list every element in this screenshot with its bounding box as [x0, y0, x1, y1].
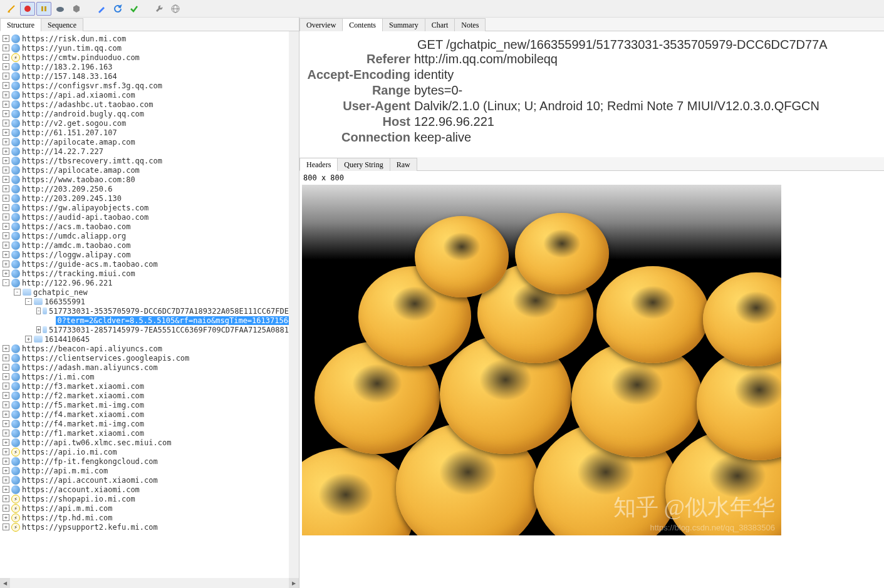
tree-toggle[interactable]: +: [3, 364, 9, 371]
tab-summary[interactable]: Summary: [382, 18, 425, 31]
tree-toggle[interactable]: -: [3, 279, 9, 286]
tree-toggle[interactable]: +: [3, 73, 9, 80]
tree-toggle[interactable]: +: [3, 120, 9, 126]
tree-item[interactable]: +https://gw.alipayobjects.com: [0, 203, 289, 212]
tree-item[interactable]: +⚡https://tp.hd.mi.com: [0, 513, 289, 522]
tree-toggle[interactable]: -: [14, 289, 21, 296]
tree-item[interactable]: +https://adash.man.aliyuncs.com: [0, 363, 289, 372]
tree-toggle[interactable]: +: [3, 514, 9, 521]
tree-toggle[interactable]: +: [3, 204, 9, 211]
tab-query-string[interactable]: Query String: [337, 158, 390, 171]
tree-item[interactable]: +⚡https://api.io.mi.com: [0, 447, 289, 456]
tree-item[interactable]: +https://tbsrecovery.imtt.qq.com: [0, 156, 289, 165]
tree-toggle[interactable]: +: [3, 430, 9, 436]
tree-item[interactable]: +http://api.tw06.xlmc.sec.miui.com: [0, 438, 289, 447]
tree-toggle[interactable]: +: [3, 270, 9, 277]
tab-raw[interactable]: Raw: [390, 158, 417, 171]
tab-overview[interactable]: Overview: [299, 18, 343, 31]
tree-item[interactable]: +https://www.taobao.com:80: [0, 175, 289, 184]
tree-toggle[interactable]: +: [3, 505, 9, 512]
tree-item[interactable]: +https://configsvr.msf.3g.qq.com: [0, 81, 289, 90]
tree-item[interactable]: +⚡https://api.m.mi.com: [0, 503, 289, 513]
tree-toggle[interactable]: -: [36, 307, 41, 314]
tree-item[interactable]: +https://yun.tim.qq.com: [0, 43, 289, 53]
tree-toggle[interactable]: +: [3, 195, 9, 202]
tree-item[interactable]: +1614410645: [0, 334, 289, 344]
structure-tree[interactable]: +https://risk.dun.mi.com+https://yun.tim…: [0, 31, 289, 578]
tree-item[interactable]: +https://audid-api.taobao.com: [0, 212, 289, 222]
tree-toggle[interactable]: +: [3, 138, 9, 145]
tree-item[interactable]: +http://apilocate.amap.com: [0, 137, 289, 147]
tree-item[interactable]: +https://guide-acs.m.taobao.com: [0, 259, 289, 269]
pause-icon[interactable]: [36, 2, 51, 16]
vertical-scrollbar[interactable]: [289, 31, 299, 578]
tree-item[interactable]: +http://203.209.250.6: [0, 184, 289, 193]
tree-item[interactable]: -517733031-3535705979-DCC6DC7D77A189322A…: [0, 306, 289, 316]
refresh-icon[interactable]: [110, 2, 125, 16]
tree-item[interactable]: +http://v2.get.sogou.com: [0, 118, 289, 128]
tree-item[interactable]: +https://beacon-api.aliyuncs.com: [0, 344, 289, 353]
tree-toggle[interactable]: +: [3, 458, 9, 465]
tree-toggle[interactable]: +: [3, 495, 9, 502]
tree-item[interactable]: +https://risk.dun.mi.com: [0, 34, 289, 43]
tree-toggle[interactable]: +: [3, 448, 9, 455]
tree-item[interactable]: +http://183.2.196.163: [0, 62, 289, 71]
tree-toggle[interactable]: +: [3, 167, 9, 173]
tree-toggle[interactable]: +: [3, 251, 9, 258]
tree-toggle[interactable]: +: [3, 439, 9, 446]
tree-toggle[interactable]: +: [3, 411, 9, 418]
tree-item[interactable]: +https://i.mi.com: [0, 372, 289, 381]
tree-toggle[interactable]: +: [3, 223, 9, 230]
tab-headers[interactable]: Headers: [299, 158, 338, 171]
globe-icon[interactable]: [168, 2, 183, 16]
tree-toggle[interactable]: +: [3, 420, 9, 427]
tree-toggle[interactable]: +: [25, 336, 32, 343]
tree-toggle[interactable]: -: [25, 298, 32, 305]
tree-toggle[interactable]: +: [3, 44, 9, 51]
check-icon[interactable]: [127, 2, 142, 16]
tree-toggle[interactable]: +: [3, 214, 9, 220]
tree-item[interactable]: +http://f1.market.xiaomi.com: [0, 428, 289, 438]
tree-item[interactable]: -166355991: [0, 297, 289, 306]
tree-toggle[interactable]: +: [3, 486, 9, 493]
tree-item[interactable]: +https://api.account.xiaomi.com: [0, 475, 289, 485]
tree-toggle[interactable]: +: [3, 467, 9, 474]
tree-item[interactable]: +http://f2.market.xiaomi.com: [0, 391, 289, 400]
tree-item[interactable]: +⚡https://cmtw.pinduoduo.com: [0, 53, 289, 62]
pen-icon[interactable]: [94, 2, 109, 16]
tree-toggle[interactable]: +: [3, 383, 9, 389]
scroll-left-icon[interactable]: ◀: [0, 578, 10, 588]
tree-item[interactable]: +517733031-2857145979-7EA5551CC6369F709C…: [0, 325, 289, 334]
tree-item[interactable]: +https://account.xiaomi.com: [0, 485, 289, 494]
tree-item[interactable]: +http://f5.market.mi-img.com: [0, 400, 289, 410]
tree-item[interactable]: +https://umdc.aliapp.org: [0, 231, 289, 240]
tree-item[interactable]: +0?term=2&cldver=8.5.5.5105&rf=naio&msgT…: [0, 316, 289, 325]
tab-sequence[interactable]: Sequence: [41, 18, 83, 31]
wrench-icon[interactable]: [152, 2, 167, 16]
hexagon-icon[interactable]: [69, 2, 84, 16]
tree-toggle[interactable]: +: [36, 326, 41, 333]
tree-item[interactable]: -gchatpic_new: [0, 287, 289, 297]
tree-toggle[interactable]: +: [3, 185, 9, 192]
tree-item[interactable]: +http://203.209.245.130: [0, 193, 289, 203]
tree-toggle[interactable]: +: [3, 176, 9, 183]
tree-item[interactable]: +https://loggw.alipay.com: [0, 250, 289, 259]
tree-toggle[interactable]: +: [3, 148, 9, 155]
tree-item[interactable]: +http://f3.market.xiaomi.com: [0, 381, 289, 391]
scroll-right-icon[interactable]: ▶: [289, 578, 299, 588]
tree-toggle[interactable]: +: [3, 157, 9, 164]
tree-toggle[interactable]: +: [3, 232, 9, 239]
tree-item[interactable]: +http://14.22.7.227: [0, 147, 289, 156]
tab-contents[interactable]: Contents: [342, 18, 383, 31]
tree-toggle[interactable]: +: [3, 91, 9, 98]
tree-item[interactable]: +https://acs.m.taobao.com: [0, 222, 289, 231]
tree-toggle[interactable]: +: [3, 345, 9, 352]
tree-toggle[interactable]: +: [3, 35, 9, 42]
horizontal-scrollbar[interactable]: ◀ ▶: [0, 578, 299, 588]
tab-structure[interactable]: Structure: [0, 18, 41, 31]
tree-item[interactable]: +http://f4.market.xiaomi.com: [0, 410, 289, 419]
tree-toggle[interactable]: +: [3, 54, 9, 61]
tree-toggle[interactable]: +: [3, 354, 9, 361]
tree-item[interactable]: +https://tracking.miui.com: [0, 269, 289, 278]
tree-item[interactable]: +http://f4.market.mi-img.com: [0, 419, 289, 428]
